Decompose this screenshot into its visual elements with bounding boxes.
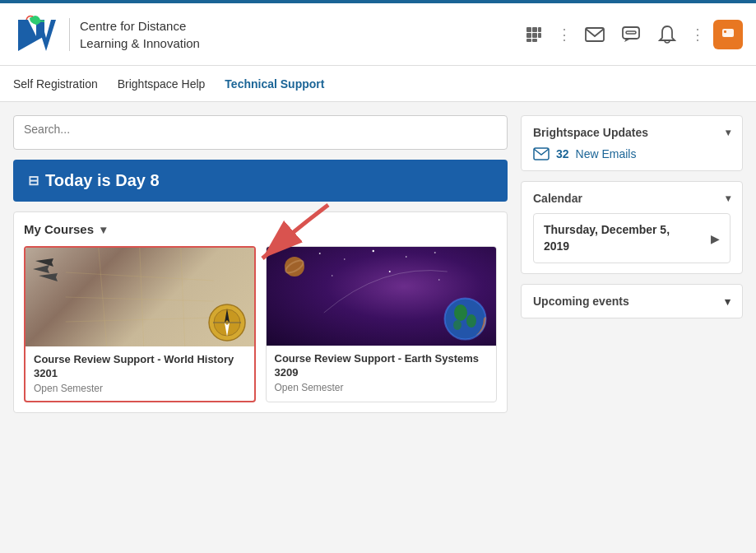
svg-point-34	[343, 258, 345, 260]
nav-brightspace-help[interactable]: Brightspace Help	[118, 74, 206, 94]
svg-rect-11	[586, 28, 604, 41]
right-column: Brightspace Updates ▾ 32 New Emails Cale…	[521, 115, 743, 413]
calendar-chevron[interactable]: ▾	[726, 193, 730, 204]
svg-line-27	[181, 248, 185, 346]
svg-point-36	[405, 256, 406, 258]
course-card-history[interactable]: Course Review Support - World History 32…	[24, 246, 256, 402]
logo-text: Centre for Distance Learning & Innovatio…	[80, 17, 200, 52]
calendar-date-line1: Thursday, December 5,	[544, 222, 670, 239]
apps-icon	[525, 26, 543, 44]
calendar-header: Calendar ▾	[533, 192, 730, 205]
calendar-date-card: Thursday, December 5, 2019 ▶	[533, 213, 730, 263]
courses-header: My Courses	[24, 222, 497, 236]
upcoming-events-title: Upcoming events	[533, 295, 629, 308]
nav-bar: Self Registration Brightspace Help Techn…	[0, 66, 756, 102]
upcoming-events-panel: Upcoming events ▾	[521, 284, 743, 318]
svg-rect-48	[534, 148, 549, 160]
svg-point-33	[318, 253, 320, 254]
nav-technical-support[interactable]: Technical Support	[225, 74, 324, 94]
email-count: 32	[556, 147, 569, 160]
email-label: New Emails	[576, 147, 637, 160]
svg-rect-10	[532, 39, 537, 42]
calendar-panel: Calendar ▾ Thursday, December 5, 2019 ▶	[521, 181, 743, 274]
separator-dots-2: ⋮	[690, 26, 705, 44]
calendar-date-text: Thursday, December 5, 2019	[544, 222, 670, 254]
courses-wrapper: Course Review Support - World History 32…	[24, 246, 497, 402]
search-bar-container	[13, 115, 508, 150]
svg-point-45	[466, 314, 476, 328]
email-button[interactable]	[580, 20, 610, 49]
today-banner-text: Today is Day 8	[45, 171, 160, 190]
chat-icon	[621, 26, 641, 44]
search-input[interactable]	[24, 123, 497, 136]
calendar-title: Calendar	[533, 192, 582, 205]
course-info-history: Course Review Support - World History 32…	[26, 346, 254, 401]
courses-section: My Courses	[13, 211, 508, 413]
course-info-space: Course Review Support - Earth Systems 32…	[267, 346, 497, 400]
course-title-history: Course Review Support - World History 32…	[34, 353, 246, 381]
svg-rect-3	[526, 27, 531, 32]
svg-rect-13	[626, 31, 636, 34]
apps-button[interactable]	[519, 20, 549, 49]
svg-point-44	[454, 304, 467, 321]
bell-button[interactable]	[652, 20, 682, 49]
email-row: 32 New Emails	[533, 147, 730, 160]
svg-rect-5	[538, 27, 541, 32]
svg-line-25	[99, 248, 107, 346]
separator-dots-1: ⋮	[557, 26, 572, 44]
svg-line-26	[140, 248, 144, 346]
course-title-space: Course Review Support - Earth Systems 32…	[275, 352, 489, 380]
user-avatar-button[interactable]	[713, 20, 743, 49]
course-subtitle-history: Open Semester	[34, 383, 246, 394]
brightspace-updates-chevron[interactable]: ▾	[726, 127, 730, 138]
svg-point-40	[438, 279, 439, 281]
courses-title: My Courses	[24, 222, 94, 236]
compass-decoration	[206, 302, 248, 343]
svg-rect-12	[623, 27, 639, 39]
course-subtitle-space: Open Semester	[275, 382, 489, 393]
svg-rect-4	[532, 27, 537, 32]
svg-point-37	[434, 252, 435, 253]
brightspace-updates-panel: Brightspace Updates ▾ 32 New Emails	[521, 115, 743, 171]
brightspace-updates-title: Brightspace Updates	[533, 126, 648, 139]
left-column: ⊟ Today is Day 8 My Courses	[13, 115, 508, 413]
upcoming-events-header: Upcoming events ▾	[533, 295, 730, 308]
upcoming-events-chevron[interactable]: ▾	[725, 295, 730, 308]
svg-line-22	[66, 272, 214, 281]
svg-rect-16	[724, 30, 726, 33]
course-card-space[interactable]: Course Review Support - Earth Systems 32…	[266, 246, 498, 402]
chat-button[interactable]	[616, 20, 646, 49]
svg-point-39	[388, 271, 390, 272]
top-icons: ⋮ ⋮	[519, 20, 743, 49]
logo-icon	[13, 12, 59, 58]
svg-rect-8	[538, 33, 541, 38]
user-avatar-icon	[720, 26, 736, 43]
svg-rect-17	[724, 35, 732, 36]
logo-divider	[69, 18, 70, 51]
svg-rect-7	[532, 33, 537, 38]
pin-icon: ⊟	[28, 173, 39, 188]
svg-point-46	[453, 320, 461, 330]
svg-rect-6	[526, 33, 531, 38]
brightspace-updates-header: Brightspace Updates ▾	[533, 126, 730, 139]
logo-area: Centre for Distance Learning & Innovatio…	[13, 12, 519, 58]
svg-line-23	[66, 297, 214, 301]
calendar-forward-arrow[interactable]: ▶	[711, 232, 720, 245]
svg-point-38	[332, 275, 332, 276]
email-icon	[585, 26, 605, 43]
courses-chevron[interactable]	[100, 223, 106, 236]
course-thumb-space	[267, 247, 497, 346]
svg-line-24	[66, 318, 214, 322]
planet-small	[283, 255, 306, 278]
courses-grid: Course Review Support - World History 32…	[24, 246, 497, 402]
top-bar: Centre for Distance Learning & Innovatio…	[0, 0, 756, 66]
svg-rect-9	[526, 39, 531, 42]
course-thumb-history	[26, 248, 254, 346]
svg-point-35	[372, 250, 373, 252]
earth-globe	[443, 296, 488, 342]
nav-self-registration[interactable]: Self Registration	[13, 74, 98, 94]
today-banner: ⊟ Today is Day 8	[13, 160, 508, 202]
main-container: ⊟ Today is Day 8 My Courses	[0, 102, 756, 426]
calendar-date-line2: 2019	[544, 239, 670, 255]
email-envelope-icon	[533, 147, 550, 160]
